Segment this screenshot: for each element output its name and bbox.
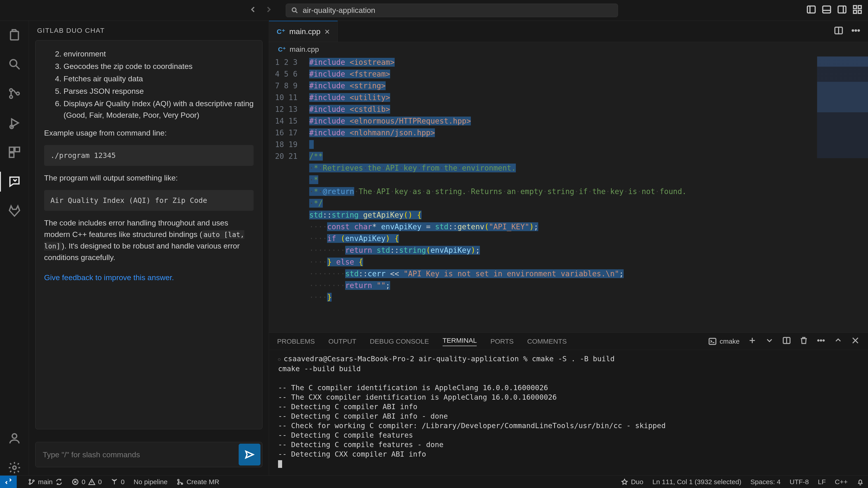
title-bar: air-quality-application: [0, 0, 868, 21]
error-icon: [72, 478, 79, 486]
kill-terminal-icon[interactable]: [799, 336, 808, 347]
svg-point-29: [29, 483, 31, 484]
more-actions-icon[interactable]: [851, 26, 861, 37]
panel-tab-terminal[interactable]: TERMINAL: [442, 337, 477, 346]
svg-point-10: [9, 89, 12, 92]
terminal-dropdown-icon[interactable]: [765, 336, 774, 347]
explorer-icon[interactable]: [7, 27, 22, 42]
panel-tab-output[interactable]: OUTPUT: [329, 337, 356, 345]
tab-close-icon[interactable]: ×: [324, 27, 330, 36]
terminal-selector[interactable]: cmake: [708, 337, 740, 346]
run-debug-icon[interactable]: [7, 115, 22, 131]
split-terminal-icon[interactable]: [782, 336, 791, 347]
status-spaces[interactable]: Spaces: 4: [750, 478, 780, 486]
cpp-lang-icon: C⁺: [278, 46, 286, 53]
chat-text: The code includes error handling through…: [44, 217, 254, 263]
line-number-gutter: 1 2 3 4 5 6 7 8 9 10 11 12 13 14 15 16 1…: [269, 57, 304, 162]
bell-icon: [857, 478, 864, 486]
status-notifications[interactable]: [857, 478, 864, 486]
status-eol[interactable]: LF: [818, 478, 826, 486]
feedback-link[interactable]: Give feedback to improve this answer.: [44, 272, 254, 283]
status-ports[interactable]: 0: [111, 478, 125, 486]
svg-point-17: [12, 434, 17, 438]
gitlab-icon[interactable]: [7, 203, 22, 219]
remote-indicator[interactable]: [0, 476, 17, 488]
status-bar: main 0 0 0 No pipeline Create MR Duo Ln …: [0, 475, 868, 488]
split-editor-icon[interactable]: [834, 26, 844, 37]
panel-tab-comments[interactable]: COMMENTS: [527, 337, 567, 345]
maximize-panel-icon[interactable]: [834, 336, 843, 347]
tab-bar: C⁺ main.cpp ×: [269, 21, 868, 42]
layout-panel-icon[interactable]: [822, 4, 832, 17]
svg-point-32: [178, 479, 179, 481]
panel-tab-problems[interactable]: PROBLEMS: [277, 337, 315, 345]
layout-sidebar-left-icon[interactable]: [806, 4, 816, 17]
tab-main-cpp[interactable]: C⁺ main.cpp ×: [269, 21, 338, 42]
status-duo[interactable]: Duo: [621, 478, 643, 486]
nav-back-icon[interactable]: [248, 5, 258, 16]
command-center[interactable]: air-quality-application: [286, 4, 618, 17]
panel-more-icon[interactable]: [816, 336, 826, 347]
panel-tab-debug[interactable]: DEBUG CONSOLE: [370, 337, 429, 345]
chat-text: Example usage from command line:: [44, 127, 254, 139]
terminal-output[interactable]: ○csaavedra@Cesars-MacBook-Pro-2 air-qual…: [269, 350, 868, 475]
status-problems[interactable]: 0 0: [72, 478, 102, 486]
new-terminal-icon[interactable]: [748, 336, 757, 347]
close-panel-icon[interactable]: [851, 336, 860, 347]
warning-icon: [88, 478, 95, 486]
sync-icon: [55, 478, 63, 486]
svg-point-22: [858, 30, 860, 31]
chat-input[interactable]: [37, 444, 239, 465]
merge-icon: [177, 478, 184, 486]
accounts-icon[interactable]: [7, 431, 22, 446]
editor-group: C⁺ main.cpp × C⁺ main.cpp 1 2 3 4 5 6 7 …: [269, 21, 868, 475]
breadcrumb-item: main.cpp: [289, 45, 319, 54]
svg-rect-6: [854, 10, 857, 13]
command-center-text: air-quality-application: [303, 6, 375, 15]
antenna-icon: [111, 478, 118, 486]
chat-code-block: ./program 12345: [44, 145, 254, 166]
svg-point-28: [29, 479, 31, 481]
svg-point-9: [10, 60, 17, 66]
status-cursor[interactable]: Ln 111, Col 1 (3932 selected): [652, 478, 741, 486]
panel-tab-ports[interactable]: PORTS: [490, 337, 514, 345]
svg-rect-3: [838, 6, 846, 13]
bottom-panel: PROBLEMS OUTPUT DEBUG CONSOLE TERMINAL P…: [269, 332, 868, 475]
status-pipeline[interactable]: No pipeline: [133, 478, 167, 486]
search-icon: [291, 6, 299, 14]
status-language[interactable]: C++: [835, 478, 848, 486]
gitlab-duo-chat-icon[interactable]: [7, 174, 22, 189]
svg-point-30: [33, 480, 34, 482]
extensions-icon[interactable]: [7, 144, 22, 160]
svg-rect-1: [807, 6, 815, 13]
svg-point-25: [817, 340, 819, 341]
layout-sidebar-right-icon[interactable]: [837, 4, 847, 17]
code-content: #include <iostream> #include <fstream>#i…: [309, 57, 811, 303]
source-control-icon[interactable]: [7, 86, 22, 101]
send-icon: [245, 450, 254, 459]
svg-point-20: [852, 30, 854, 31]
nav-forward-icon[interactable]: [264, 5, 274, 16]
code-editor[interactable]: 1 2 3 4 5 6 7 8 9 10 11 12 13 14 15 16 1…: [269, 57, 868, 332]
svg-rect-8: [10, 31, 18, 40]
tab-label: main.cpp: [289, 27, 320, 36]
cpp-lang-icon: C⁺: [277, 28, 285, 35]
status-encoding[interactable]: UTF-8: [789, 478, 809, 486]
status-branch[interactable]: main: [28, 478, 63, 486]
svg-rect-23: [709, 338, 716, 344]
settings-gear-icon[interactable]: [7, 460, 22, 475]
svg-point-11: [9, 96, 12, 98]
svg-point-18: [13, 466, 16, 469]
chat-panel-title: GITLAB DUO CHAT: [29, 21, 269, 40]
svg-point-26: [820, 340, 822, 341]
svg-rect-5: [858, 5, 861, 8]
send-button[interactable]: [239, 444, 260, 465]
svg-point-27: [823, 340, 825, 341]
search-icon[interactable]: [7, 57, 22, 72]
layout-customize-icon[interactable]: [852, 4, 863, 17]
minimap[interactable]: [817, 57, 868, 158]
svg-rect-16: [9, 153, 14, 158]
breadcrumbs[interactable]: C⁺ main.cpp: [269, 42, 868, 57]
status-create-mr[interactable]: Create MR: [177, 478, 219, 486]
chat-list-item: Fetches air quality data: [64, 73, 254, 85]
